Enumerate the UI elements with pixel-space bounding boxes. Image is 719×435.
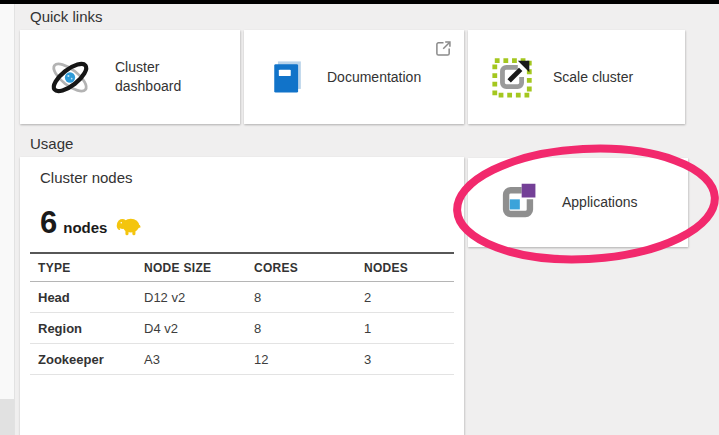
card-label: Documentation <box>327 68 421 87</box>
col-header-nodes: NODES <box>356 261 454 275</box>
cell-type: Head <box>30 290 136 305</box>
card-label: Scale cluster <box>553 68 633 87</box>
quick-links-heading: Quick links <box>30 8 103 25</box>
scale-resize-icon <box>490 54 536 100</box>
col-header-cores: CORES <box>246 261 356 275</box>
card-label: Applications <box>562 193 638 212</box>
cell-nodes: 1 <box>356 321 454 336</box>
documentation-card[interactable]: Documentation <box>244 30 464 124</box>
cell-nodes: 2 <box>356 290 454 305</box>
cluster-nodes-title: Cluster nodes <box>40 169 133 186</box>
cell-nodes: 3 <box>356 352 454 367</box>
node-count-unit: nodes <box>63 219 107 236</box>
node-count-number: 6 <box>40 207 57 238</box>
cell-cores: 8 <box>246 321 356 336</box>
cell-type: Zookeeper <box>30 352 136 367</box>
cell-node-size: A3 <box>136 352 246 367</box>
cluster-nodes-card[interactable]: Cluster nodes 6 nodes TYPE NODE SIZE COR… <box>20 157 464 435</box>
cluster-dashboard-card[interactable]: Cluster dashboard <box>20 30 240 124</box>
cluster-nodes-table: TYPE NODE SIZE CORES NODES Head D12 v2 8… <box>30 252 454 375</box>
cell-node-size: D4 v2 <box>136 321 246 336</box>
col-header-node-size: NODE SIZE <box>136 261 246 275</box>
table-header-row: TYPE NODE SIZE CORES NODES <box>30 252 454 282</box>
scale-cluster-card[interactable]: Scale cluster <box>468 30 685 124</box>
col-header-type: TYPE <box>30 261 136 275</box>
cell-node-size: D12 v2 <box>136 290 246 305</box>
node-count: 6 nodes <box>40 207 142 238</box>
cell-cores: 12 <box>246 352 356 367</box>
left-scrollbar-track[interactable] <box>0 4 15 435</box>
cell-type: Region <box>30 321 136 336</box>
atom-icon <box>42 55 98 100</box>
external-link-icon <box>435 40 452 57</box>
book-icon <box>266 55 310 99</box>
table-row: Zookeeper A3 12 3 <box>30 344 454 375</box>
usage-heading: Usage <box>30 135 73 152</box>
table-row: Region D4 v2 8 1 <box>30 313 454 344</box>
window-top-border <box>0 0 719 4</box>
card-label: Cluster dashboard <box>115 58 215 96</box>
applications-icon <box>496 181 540 225</box>
hadoop-elephant-icon <box>115 216 142 236</box>
cell-cores: 8 <box>246 290 356 305</box>
table-row: Head D12 v2 8 2 <box>30 282 454 313</box>
applications-card[interactable]: Applications <box>468 158 688 247</box>
scrollbar-thumb[interactable] <box>0 399 14 435</box>
